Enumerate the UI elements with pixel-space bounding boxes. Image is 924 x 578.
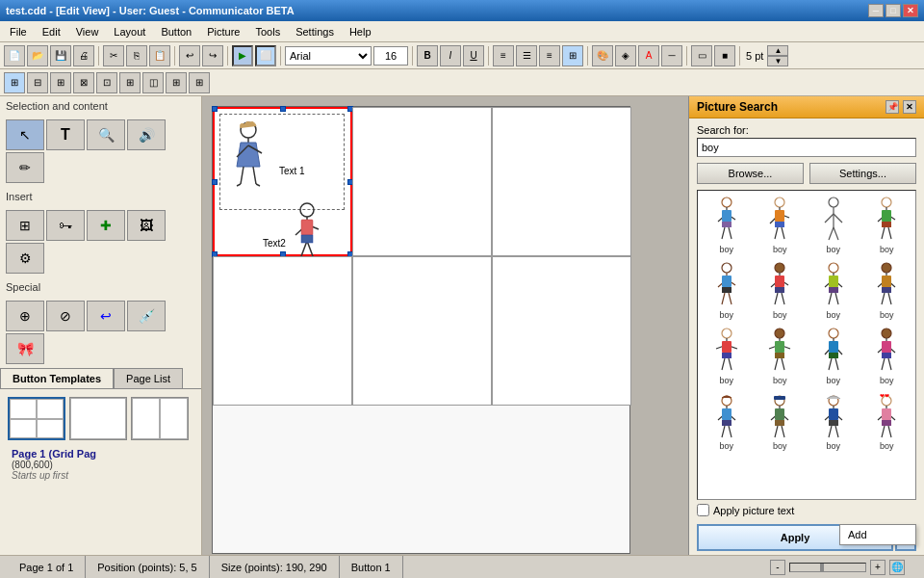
save-button[interactable]: 💾: [50, 45, 71, 66]
grid-cell-0-0[interactable]: Text 1 Text2: [213, 107, 352, 256]
grid-cell-0-1[interactable]: [352, 107, 492, 256]
boy-figure-6[interactable]: boy: [756, 260, 806, 322]
edit-mode-button[interactable]: ⬜: [255, 45, 276, 66]
boy-figure-14[interactable]: boy: [756, 391, 806, 453]
zoom-out-button[interactable]: -: [770, 560, 785, 575]
image-grid[interactable]: boy: [697, 190, 916, 500]
template-item-3[interactable]: [131, 397, 189, 440]
grid-cell-1-1[interactable]: [352, 256, 492, 406]
search-tool[interactable]: 🔍: [87, 119, 125, 150]
boy-figure-15[interactable]: boy: [808, 391, 859, 453]
font-selector[interactable]: Arial: [285, 46, 372, 66]
table-btn-5[interactable]: ⊡: [96, 72, 117, 93]
open-button[interactable]: 📂: [27, 45, 48, 66]
tab-page-list[interactable]: Page List: [114, 368, 183, 388]
grid-cell-0-2[interactable]: [492, 107, 631, 256]
boy-figure-8[interactable]: boy: [862, 260, 912, 322]
boy-figure-2[interactable]: boy: [756, 195, 806, 256]
undo-button[interactable]: ↩: [179, 45, 200, 66]
print-button[interactable]: 🖨: [73, 45, 94, 66]
boy-figure-13[interactable]: boy: [702, 391, 752, 453]
close-button[interactable]: ✕: [903, 4, 918, 17]
table-btn-2[interactable]: ⊟: [27, 72, 48, 93]
boy-figure-12[interactable]: boy: [862, 326, 912, 387]
boy-figure-9[interactable]: boy: [702, 326, 752, 387]
template-item-2[interactable]: [69, 397, 127, 440]
panel-close-button[interactable]: ✕: [903, 100, 916, 114]
pt-down[interactable]: ▼: [767, 56, 788, 66]
canvas-area[interactable]: Text 1 Text2: [202, 96, 688, 555]
copy-button[interactable]: ⎘: [126, 45, 147, 66]
boy-figure-4[interactable]: boy: [862, 195, 912, 256]
bold-button[interactable]: B: [417, 45, 438, 66]
maximize-button[interactable]: □: [886, 4, 901, 17]
grid-cell-1-0[interactable]: [213, 256, 352, 406]
menu-file[interactable]: File: [2, 24, 35, 39]
boy-figure-10[interactable]: boy: [756, 326, 806, 387]
select-tool[interactable]: ↖: [6, 119, 44, 150]
boy-figure-1[interactable]: boy: [702, 195, 752, 256]
underline-button[interactable]: U: [463, 45, 484, 66]
align-left-button[interactable]: ≡: [493, 45, 514, 66]
zoom-slider[interactable]: [789, 563, 866, 572]
handle-tl[interactable]: [212, 106, 218, 112]
special-btn-4[interactable]: 💉: [127, 301, 166, 331]
line-button[interactable]: ─: [661, 45, 682, 66]
align-center-button[interactable]: ☰: [516, 45, 537, 66]
cut-button[interactable]: ✂: [103, 45, 124, 66]
special-btn-3[interactable]: ↩: [87, 301, 125, 331]
audio-tool[interactable]: 🔊: [127, 119, 166, 150]
align-right-button[interactable]: ≡: [539, 45, 560, 66]
boy-figure-3[interactable]: boy: [808, 195, 859, 256]
zoom-in-button[interactable]: +: [870, 560, 886, 575]
table-btn-9[interactable]: ⊞: [189, 72, 210, 93]
globe-button[interactable]: 🌐: [889, 560, 905, 575]
text-tool[interactable]: T: [46, 119, 85, 150]
menu-button[interactable]: Button: [153, 24, 199, 39]
boy-figure-7[interactable]: boy: [808, 260, 859, 322]
tab-button-templates[interactable]: Button Templates: [0, 368, 114, 388]
new-button[interactable]: 📄: [4, 45, 25, 66]
menu-view[interactable]: View: [68, 24, 107, 39]
fill-button[interactable]: ◈: [615, 45, 636, 66]
menu-picture[interactable]: Picture: [199, 24, 247, 39]
insert-btn-5[interactable]: ⚙: [6, 243, 44, 274]
template-item-1[interactable]: [8, 397, 65, 440]
special-btn-2[interactable]: ⊘: [46, 301, 85, 331]
special-btn-5[interactable]: 🎀: [6, 333, 44, 364]
settings-button[interactable]: Settings...: [809, 163, 916, 184]
shape-button[interactable]: ■: [714, 45, 735, 66]
italic-button[interactable]: I: [440, 45, 461, 66]
minimize-button[interactable]: ─: [868, 4, 884, 17]
color-button[interactable]: 🎨: [592, 45, 613, 66]
browse-button[interactable]: Browse...: [697, 163, 804, 184]
insert-btn-4[interactable]: 🖼: [127, 210, 166, 241]
pt-up[interactable]: ▲: [767, 45, 788, 56]
add-menu-item[interactable]: Add: [840, 525, 915, 544]
pin-button[interactable]: 📌: [886, 100, 899, 114]
special-btn-1[interactable]: ⊕: [6, 301, 44, 331]
handle-tm[interactable]: [280, 106, 286, 112]
grid-cell-1-2[interactable]: [492, 256, 631, 406]
table-btn-6[interactable]: ⊞: [119, 72, 141, 93]
menu-help[interactable]: Help: [342, 24, 379, 39]
handle-ml[interactable]: [212, 179, 218, 185]
font-size-input[interactable]: [373, 46, 408, 66]
menu-settings[interactable]: Settings: [288, 24, 342, 39]
grid-align-button[interactable]: ⊞: [562, 45, 583, 66]
table-btn-8[interactable]: ⊞: [166, 72, 187, 93]
draw-tool[interactable]: ✏: [6, 152, 44, 183]
page-list-item[interactable]: Page 1 (Grid Pag (800,600) Starts up fir…: [4, 444, 197, 485]
apply-picture-text-checkbox[interactable]: [697, 504, 709, 516]
font-color-button[interactable]: A: [638, 45, 659, 66]
insert-btn-3[interactable]: ✚: [87, 210, 125, 241]
insert-btn-2[interactable]: 🗝: [46, 210, 85, 241]
border-button[interactable]: ▭: [691, 45, 712, 66]
boy-figure-11[interactable]: boy: [808, 326, 859, 387]
menu-layout[interactable]: Layout: [106, 24, 153, 39]
table-btn-3[interactable]: ⊞: [50, 72, 71, 93]
table-btn-1[interactable]: ⊞: [4, 72, 25, 93]
run-button[interactable]: ▶: [232, 45, 253, 66]
table-btn-4[interactable]: ⊠: [73, 72, 94, 93]
menu-tools[interactable]: Tools: [247, 24, 288, 39]
